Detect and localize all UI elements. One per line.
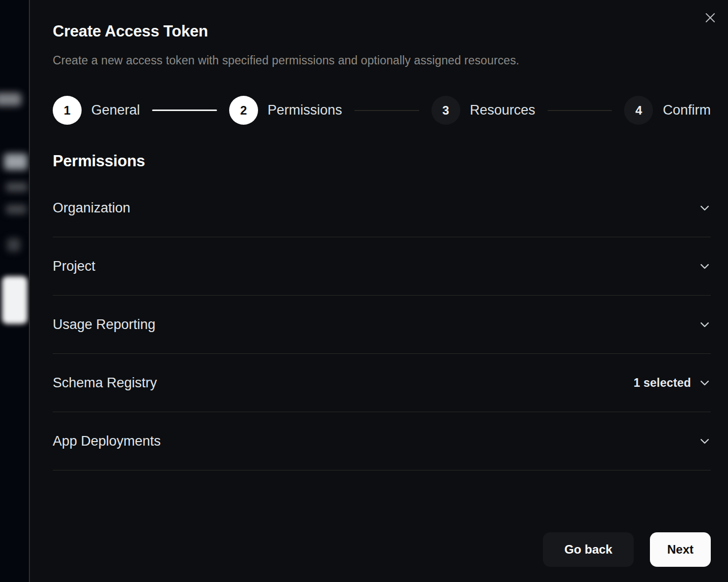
- step-number-badge: 4: [624, 96, 653, 125]
- accordion-row-label: Project: [53, 259, 95, 274]
- step-permissions[interactable]: 2 Permissions: [229, 96, 342, 125]
- step-label: Resources: [470, 102, 535, 118]
- accordion-row-label: Usage Reporting: [53, 317, 156, 333]
- chevron-down-icon[interactable]: [699, 435, 711, 447]
- selected-count-badge: 1 selected: [634, 376, 691, 390]
- step-number-badge: 1: [53, 96, 82, 125]
- create-access-token-dialog: Create Access Token Create a new access …: [29, 0, 728, 582]
- step-number-badge: 3: [431, 96, 460, 125]
- blurred-background-element: [0, 93, 21, 106]
- blurred-background-element: [4, 154, 27, 170]
- permissions-heading: Permissions: [53, 152, 711, 170]
- blurred-background-element: [6, 183, 27, 192]
- accordion-row-app-deployments[interactable]: App Deployments: [53, 412, 711, 470]
- step-resources: 3 Resources: [431, 96, 535, 125]
- accordion-row-label: App Deployments: [53, 433, 161, 449]
- accordion-row-label: Schema Registry: [53, 375, 157, 391]
- permissions-accordion: Organization Project: [53, 179, 711, 470]
- dialog-subtitle: Create a new access token with specified…: [53, 54, 711, 67]
- blurred-background-element: [2, 276, 27, 324]
- step-confirm: 4 Confirm: [624, 96, 711, 125]
- blurred-background-element: [7, 238, 20, 251]
- dialog-title: Create Access Token: [53, 22, 711, 41]
- chevron-down-icon[interactable]: [699, 318, 711, 331]
- background-page-edge: [0, 0, 29, 582]
- step-label: Permissions: [268, 102, 342, 118]
- step-label: General: [91, 102, 140, 118]
- accordion-row-label: Organization: [53, 200, 130, 216]
- blurred-background-element: [6, 205, 26, 214]
- chevron-down-icon[interactable]: [699, 260, 711, 272]
- accordion-row-project[interactable]: Project: [53, 237, 711, 296]
- stepper-connector: [354, 110, 419, 111]
- close-icon[interactable]: [703, 10, 718, 25]
- accordion-row-schema-registry[interactable]: Schema Registry 1 selected: [53, 354, 711, 412]
- wizard-stepper: 1 General 2 Permissions 3 Resources 4 Co…: [53, 96, 711, 125]
- stepper-connector: [152, 110, 217, 111]
- accordion-row-organization[interactable]: Organization: [53, 179, 711, 237]
- accordion-row-usage-reporting[interactable]: Usage Reporting: [53, 296, 711, 354]
- step-label: Confirm: [663, 102, 711, 118]
- stepper-connector: [548, 110, 612, 111]
- step-number-badge: 2: [229, 96, 258, 125]
- chevron-down-icon[interactable]: [699, 377, 711, 389]
- step-general[interactable]: 1 General: [53, 96, 140, 125]
- dialog-footer: Go back Next: [53, 532, 711, 567]
- go-back-button[interactable]: Go back: [543, 532, 634, 567]
- chevron-down-icon[interactable]: [699, 202, 711, 214]
- next-button[interactable]: Next: [650, 532, 711, 567]
